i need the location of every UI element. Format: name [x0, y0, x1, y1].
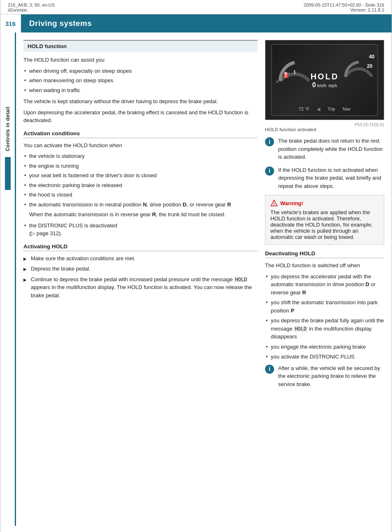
hold-function-title: HOLD function: [28, 43, 67, 49]
list-item: the automatic transmission is in neutral…: [23, 201, 258, 219]
main-layout: Controls in detail HOLD function The HOL…: [0, 32, 392, 526]
list-item: the DISTRONIC PLUS is deactivated(▷ page…: [23, 222, 258, 238]
hold-function-box: HOLD function: [23, 40, 258, 52]
list-item: the engine is running: [23, 162, 258, 170]
info-box-2: i If the HOLD function is not activated …: [265, 166, 384, 190]
info-box-3: i After a while, the vehicle will be sec…: [265, 364, 384, 389]
warning-label: Warning!: [280, 200, 303, 206]
list-item: you depress the accelerator pedal with t…: [265, 273, 384, 297]
hold-label: HOLD: [311, 72, 339, 81]
list-item: the electronic parking brake is released: [23, 181, 258, 190]
left-column: HOLD function The HOLD function can assi…: [23, 40, 258, 518]
speed-display: 0 km/h mph: [311, 81, 339, 88]
hold-intro: The HOLD function can assist you: [23, 56, 258, 64]
hold-para2: Upon depressing the accelerator pedal, t…: [23, 109, 258, 125]
activation-intro: You can activate the HOLD function when: [23, 141, 258, 150]
hold-para1: The vehicle is kept stationary without t…: [23, 97, 258, 106]
list-item: you engage the electronic parking brake: [265, 343, 384, 351]
list-item: when waiting in traffic: [23, 86, 258, 95]
list-item: your seat belt is fastened or the driver…: [23, 171, 258, 180]
info-text-1: The brake pedal does not return to the r…: [278, 137, 384, 161]
warning-icon: !: [270, 199, 278, 207]
sidebar: Controls in detail: [0, 32, 16, 526]
list-item: Make sure the activation conditions are …: [23, 254, 258, 263]
deactivating-intro: The HOLD function is switched off when: [265, 261, 384, 270]
warning-title: ! Warning!: [270, 199, 379, 207]
header-bar: 316 Driving systems: [0, 14, 392, 32]
list-item: the vehicle is stationary: [23, 152, 258, 160]
svg-text:⛽: ⛽: [283, 72, 291, 79]
meta-right: 2009-05-15T11:47:50+02:00 - Seite 316Ver…: [304, 2, 384, 12]
activation-list: the vehicle is stationary the engine is …: [23, 152, 258, 238]
activation-conditions-heading: Activation conditions: [23, 130, 258, 138]
list-item: when driving off, especially on steep sl…: [23, 67, 258, 75]
activating-hold-heading: Activating HOLD: [23, 243, 258, 251]
deactivating-hold-heading: Deactivating HOLD: [265, 250, 384, 258]
page-title: Driving systems: [22, 19, 92, 28]
image-ref: P54.32-7426-31: [265, 123, 384, 127]
info-text-2: If the HOLD function is not activated wh…: [278, 166, 384, 190]
info-icon-1: i: [265, 137, 274, 146]
info-icon-2: i: [265, 167, 274, 176]
nav-display: Nav: [343, 106, 351, 112]
hold-center-display: HOLD 0 km/h mph: [311, 72, 339, 88]
list-item: Depress the brake pedal.: [23, 265, 258, 273]
info-icon-3: i: [265, 365, 274, 374]
right-column: 1 ½ ⛽ 40 20: [265, 40, 384, 518]
svg-text:1: 1: [293, 69, 296, 74]
warning-box: ! Warning! The vehicle's brakes are appl…: [265, 195, 384, 245]
list-item: when maneuvering on steep slopes: [23, 76, 258, 85]
svg-text:!: !: [274, 202, 275, 206]
sidebar-label: Controls in detail: [5, 106, 11, 151]
list-item: Continue to depress the brake pedal with…: [23, 275, 258, 300]
bottom-bar: 72 °F ◀ Trip Nav: [272, 106, 377, 112]
deactivating-list: you depress the accelerator pedal with t…: [265, 273, 384, 361]
content-area: HOLD function The HOLD function can assi…: [16, 32, 392, 526]
activating-hold-list: Make sure the activation conditions are …: [23, 254, 258, 300]
list-item: you depress the brake pedal fully again …: [265, 317, 384, 341]
hold-image: 1 ½ ⛽ 40 20: [265, 40, 384, 120]
list-item: you shift the automatic transmission int…: [265, 298, 384, 315]
info-box-1: i The brake pedal does not return to the…: [265, 137, 384, 161]
list-item: you activate the DISTRONIC PLUS: [265, 353, 384, 361]
info-text-3: After a while, the vehicle will be secur…: [278, 364, 384, 389]
temp-display: 72 °F: [299, 106, 309, 112]
meta-bar: 216_AKB; 3; 90, en-USd2ureepe, 2009-05-1…: [0, 0, 392, 14]
svg-text:20: 20: [367, 63, 373, 69]
dashboard-display: 1 ½ ⛽ 40 20: [271, 44, 378, 116]
meta-left: 216_AKB; 3; 90, en-USd2ureepe,: [8, 2, 55, 12]
right-gauge-svg: 40 20: [342, 48, 375, 81]
list-item: the hood is closed: [23, 191, 258, 199]
warning-text: The vehicle's brakes are applied when th…: [270, 209, 379, 240]
page-number: 316: [0, 14, 22, 32]
image-caption: HOLD function activated: [265, 127, 384, 132]
speedometer-svg: 1 ½ ⛽: [274, 48, 315, 87]
trip-display: Trip: [327, 106, 335, 112]
svg-text:40: 40: [369, 54, 375, 60]
svg-text:½: ½: [276, 80, 279, 84]
hold-bullet-list: when driving off, especially on steep sl…: [23, 67, 258, 95]
sidebar-accent-bar: [5, 157, 11, 190]
